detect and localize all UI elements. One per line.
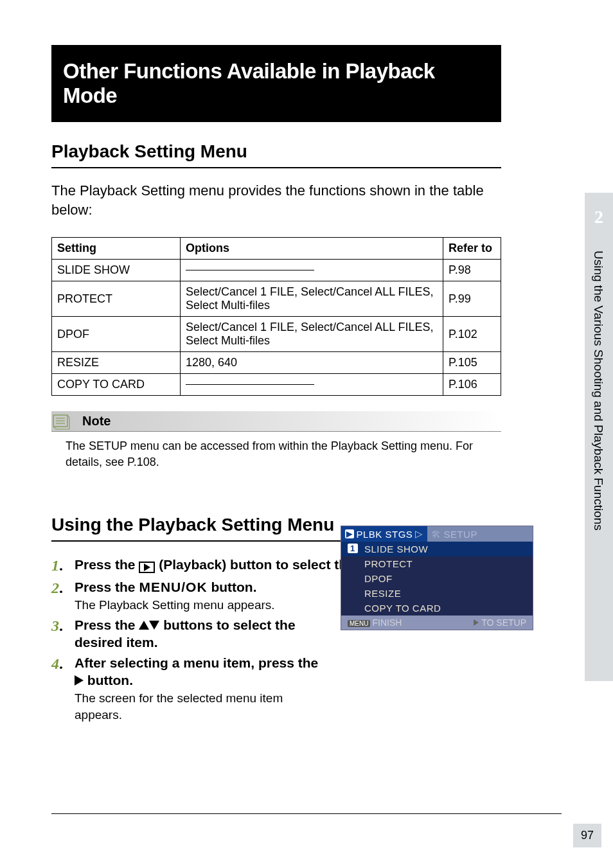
cell-setting: RESIZE xyxy=(52,352,181,374)
cell-setting: PROTECT xyxy=(52,281,181,317)
playback-icon xyxy=(139,562,155,573)
cell-ref: P.99 xyxy=(443,281,501,317)
step-4: 4 After selecting a menu item, press the… xyxy=(51,654,331,723)
cell-options: 1280, 640 xyxy=(181,352,443,374)
step-number: 1 xyxy=(51,556,67,576)
step-instruction: After selecting a menu item, press the b… xyxy=(75,654,331,689)
cell-ref: P.98 xyxy=(443,260,501,281)
dash-icon xyxy=(186,384,314,385)
scr-item: COPY TO CARD xyxy=(341,601,533,616)
cell-options: Select/Cancel 1 FILE, Select/Cancel ALL … xyxy=(181,281,443,317)
step-number: 2 xyxy=(51,578,67,614)
setup-small-icon: 🛠 xyxy=(431,529,441,540)
table-row: COPY TO CARD P.106 xyxy=(52,374,501,396)
side-tab: 2 Using the Various Shooting and Playbac… xyxy=(585,193,613,681)
scr-tab-active: ▶ PLBK STGS ▷ xyxy=(341,526,427,542)
page-indicator: 1 xyxy=(348,544,358,553)
menu-badge-icon: MENU xyxy=(348,620,370,627)
up-arrow-icon xyxy=(139,621,149,630)
step-number: 3 xyxy=(51,616,67,651)
section-heading-playback-setting-menu: Playback Setting Menu xyxy=(51,141,501,168)
scr-item: DPOF xyxy=(341,571,533,586)
table-row: PROTECT Select/Cancel 1 FILE, Select/Can… xyxy=(52,281,501,317)
section-intro: The Playback Setting menu provides the f… xyxy=(51,181,501,219)
cell-options xyxy=(181,374,443,396)
note-icon xyxy=(51,413,73,430)
cell-setting: COPY TO CARD xyxy=(52,374,181,396)
page-number: 97 xyxy=(573,824,601,847)
step-3: 3 Press the buttons to select the desire… xyxy=(51,616,331,651)
step-sub: The screen for the selected menu item ap… xyxy=(75,690,331,723)
scr-footer: MENUFINISH TO SETUP xyxy=(341,616,533,630)
note-block: Note The SETUP menu can be accessed from… xyxy=(51,411,501,470)
th-refer: Refer to xyxy=(443,238,501,260)
step-instruction: Press the MENU/OK button. xyxy=(75,578,331,596)
cell-options: Select/Cancel 1 FILE, Select/Cancel ALL … xyxy=(181,317,443,352)
step-instruction: Press the buttons to select the desired … xyxy=(75,616,331,651)
scr-item: PROTECT xyxy=(341,556,533,571)
step-number: 4 xyxy=(51,654,67,723)
playback-small-icon: ▶ xyxy=(345,529,354,538)
th-setting: Setting xyxy=(52,238,181,260)
cell-ref: P.106 xyxy=(443,374,501,396)
chapter-title: Using the Various Shooting and Playback … xyxy=(591,251,605,531)
scr-item: 1 SLIDE SHOW xyxy=(341,542,533,556)
page-title: Other Functions Available in Playback Mo… xyxy=(51,45,501,122)
cell-ref: P.105 xyxy=(443,352,501,374)
step-sub: The Playback Setting menu appears. xyxy=(75,597,331,614)
right-outline-arrow-icon xyxy=(474,619,479,626)
dash-icon xyxy=(186,270,314,270)
table-row: DPOF Select/Cancel 1 FILE, Select/Cancel… xyxy=(52,317,501,352)
camera-menu-screenshot: ▶ PLBK STGS ▷ 🛠 SETUP 1 SLIDE SHOW PROTE… xyxy=(341,526,533,630)
chapter-number: 2 xyxy=(585,207,613,227)
cell-options xyxy=(181,260,443,281)
tab-right-arrow-icon: ▷ xyxy=(415,528,423,540)
footer-rule xyxy=(51,813,562,814)
table-row: SLIDE SHOW P.98 xyxy=(52,260,501,281)
note-label: Note xyxy=(78,412,114,430)
th-options: Options xyxy=(181,238,443,260)
menu-ok-label: MENU/OK xyxy=(139,580,207,594)
table-row: RESIZE 1280, 640 P.105 xyxy=(52,352,501,374)
cell-ref: P.102 xyxy=(443,317,501,352)
right-arrow-icon xyxy=(75,675,84,686)
cell-setting: DPOF xyxy=(52,317,181,352)
step-2: 2 Press the MENU/OK button. The Playback… xyxy=(51,578,331,614)
down-arrow-icon xyxy=(149,621,159,630)
note-body: The SETUP menu can be accessed from with… xyxy=(51,432,501,470)
scr-tab-inactive: 🛠 SETUP xyxy=(427,526,481,542)
scr-item: RESIZE xyxy=(341,586,533,601)
settings-table: Setting Options Refer to SLIDE SHOW P.98… xyxy=(51,237,501,396)
cell-setting: SLIDE SHOW xyxy=(52,260,181,281)
